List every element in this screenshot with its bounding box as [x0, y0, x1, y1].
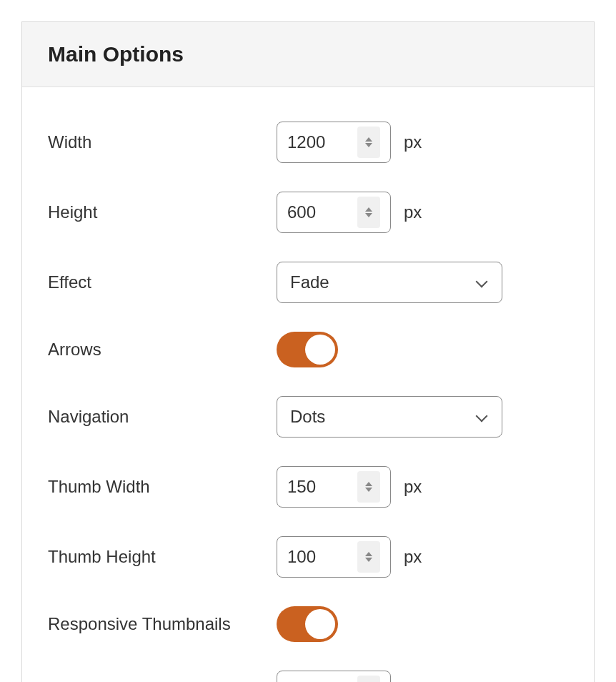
- label-navigation: Navigation: [48, 405, 277, 428]
- stepper-up-icon: [365, 207, 372, 212]
- panel-header: Main Options: [22, 22, 594, 87]
- thumb-width-unit: px: [404, 477, 422, 497]
- control-navigation: Dots: [277, 396, 502, 438]
- stepper-down-icon: [365, 213, 372, 217]
- height-value[interactable]: 600: [287, 202, 357, 222]
- navigation-value: Dots: [290, 407, 325, 427]
- row-height: Height 600 px: [48, 192, 568, 233]
- stepper-down-icon: [365, 558, 372, 562]
- label-width: Width: [48, 131, 277, 153]
- control-responsive-thumbnails: [277, 606, 338, 642]
- width-input[interactable]: 1200: [277, 122, 391, 163]
- row-thumb-width: Thumb Width 150 px: [48, 466, 568, 508]
- responsive-thumbnails-toggle[interactable]: [277, 606, 338, 642]
- row-navigation: Navigation Dots: [48, 396, 568, 438]
- row-effect: Effect Fade: [48, 262, 568, 303]
- width-unit: px: [404, 132, 422, 152]
- panel-body: Width 1200 px Height: [22, 87, 594, 682]
- control-effect: Fade: [277, 262, 502, 303]
- height-unit: px: [404, 202, 422, 222]
- row-width: Width 1200 px: [48, 122, 568, 163]
- control-arrows: [277, 332, 338, 367]
- thumb-min-width-input[interactable]: 100: [277, 671, 391, 682]
- height-input[interactable]: 600: [277, 192, 391, 233]
- thumb-height-input[interactable]: 100: [277, 536, 391, 578]
- stepper-down-icon: [365, 143, 372, 147]
- label-height: Height: [48, 201, 277, 223]
- label-thumb-width: Thumb Width: [48, 475, 277, 498]
- width-value[interactable]: 1200: [287, 132, 357, 152]
- main-options-panel: Main Options Width 1200 px: [21, 21, 595, 682]
- thumb-height-stepper[interactable]: [357, 541, 380, 573]
- panel-title: Main Options: [48, 42, 568, 66]
- width-stepper[interactable]: [357, 127, 380, 158]
- stepper-down-icon: [365, 488, 372, 492]
- stepper-up-icon: [365, 482, 372, 486]
- row-arrows: Arrows: [48, 332, 568, 367]
- thumb-height-unit: px: [404, 547, 422, 567]
- row-thumb-height: Thumb Height 100 px: [48, 536, 568, 578]
- thumb-width-input[interactable]: 150: [277, 466, 391, 508]
- stepper-up-icon: [365, 137, 372, 142]
- row-thumb-min-width: Thumb Min Width 100 px: [48, 671, 568, 682]
- thumb-width-value[interactable]: 150: [287, 477, 357, 497]
- navigation-select[interactable]: Dots: [277, 396, 502, 438]
- control-width: 1200 px: [277, 122, 422, 163]
- label-thumb-height: Thumb Height: [48, 545, 277, 568]
- control-thumb-width: 150 px: [277, 466, 422, 508]
- chevron-down-icon: [476, 276, 489, 289]
- label-responsive-thumbnails: Responsive Thumbnails: [48, 613, 277, 635]
- height-stepper[interactable]: [357, 197, 380, 228]
- thumb-min-width-stepper[interactable]: [357, 676, 380, 682]
- thumb-height-value[interactable]: 100: [287, 547, 357, 567]
- control-thumb-min-width: 100 px: [277, 671, 422, 682]
- stepper-up-icon: [365, 552, 372, 556]
- label-effect: Effect: [48, 271, 277, 293]
- control-thumb-height: 100 px: [277, 536, 422, 578]
- label-arrows: Arrows: [48, 338, 277, 360]
- chevron-down-icon: [476, 410, 489, 423]
- arrows-toggle[interactable]: [277, 332, 338, 367]
- row-responsive-thumbnails: Responsive Thumbnails: [48, 606, 568, 642]
- effect-value: Fade: [290, 272, 329, 292]
- control-height: 600 px: [277, 192, 422, 233]
- thumb-width-stepper[interactable]: [357, 471, 380, 503]
- effect-select[interactable]: Fade: [277, 262, 502, 303]
- toggle-knob: [305, 609, 335, 639]
- toggle-knob: [305, 335, 335, 365]
